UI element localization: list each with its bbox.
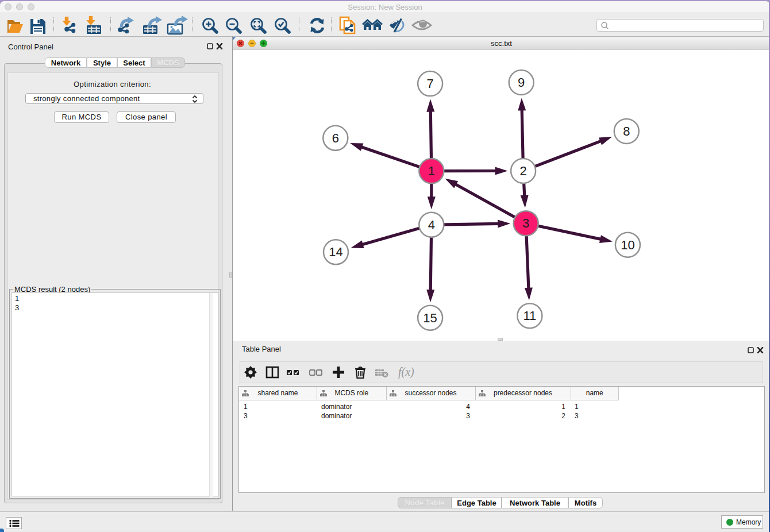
svg-text:9: 9: [518, 75, 525, 90]
svg-text:10: 10: [621, 238, 634, 252]
svg-text:f(x): f(x): [398, 365, 414, 379]
svg-text:3: 3: [522, 216, 529, 230]
svg-text:11: 11: [523, 309, 536, 323]
svg-text:4: 4: [428, 218, 435, 232]
svg-text:1: 1: [428, 164, 435, 178]
svg-text:15: 15: [423, 311, 437, 325]
svg-text:8: 8: [623, 124, 630, 138]
svg-text:14: 14: [329, 245, 342, 259]
svg-text:7: 7: [426, 76, 433, 91]
svg-text:6: 6: [332, 131, 339, 145]
svg-text:2: 2: [519, 164, 526, 178]
